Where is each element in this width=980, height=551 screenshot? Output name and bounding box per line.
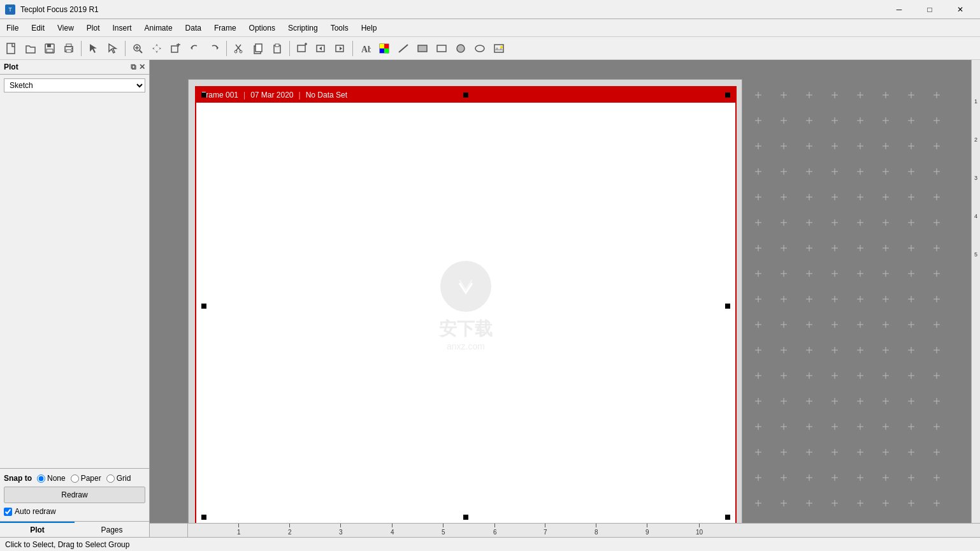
svg-rect-3: [47, 49, 53, 52]
title-bar-left: T Tecplot Focus 2019 R1: [5, 4, 99, 15]
main-layout: Plot ⧉ ✕ Sketch XY Line Polar Line 2D Ca…: [0, 60, 980, 537]
ruler-tick-5: 5: [442, 524, 445, 536]
toolbar-sep-3: [226, 41, 227, 56]
select-arrow2-button[interactable]: [104, 40, 122, 57]
ellipse-button[interactable]: [471, 40, 489, 57]
frame-status: No Data Set: [306, 91, 347, 99]
auto-redraw-row: Auto redraw: [4, 507, 145, 516]
maximize-button[interactable]: □: [915, 0, 944, 19]
menu-insert[interactable]: Insert: [106, 19, 138, 37]
svg-marker-9: [109, 44, 116, 53]
copy-format-button[interactable]: [249, 40, 267, 57]
new-file-button[interactable]: [3, 40, 20, 57]
svg-marker-15: [152, 47, 161, 50]
sidebar-bottom: Snap to None Paper Grid Redraw Auto redr…: [0, 468, 149, 521]
auto-redraw-checkbox[interactable]: [4, 508, 12, 516]
undo-button[interactable]: [186, 40, 204, 57]
menu-edit[interactable]: Edit: [25, 19, 51, 37]
sidebar-tabs: Plot Pages: [0, 521, 149, 537]
ruler-tick-8: 8: [594, 524, 598, 536]
watermark-sub: anxz.com: [447, 341, 485, 351]
menu-options[interactable]: Options: [243, 19, 282, 37]
handle-top-center[interactable]: [463, 92, 468, 98]
prev-frame-button[interactable]: [312, 40, 330, 57]
snap-none-radio[interactable]: [37, 474, 45, 483]
snap-paper-option[interactable]: Paper: [71, 474, 101, 483]
snap-none-option[interactable]: None: [37, 474, 66, 483]
close-button[interactable]: ✕: [946, 0, 975, 19]
svg-rect-16: [171, 46, 178, 52]
handle-top-right[interactable]: [725, 92, 730, 98]
redraw-button[interactable]: Redraw: [4, 487, 145, 503]
svg-point-49: [500, 46, 503, 48]
paste-format-button[interactable]: [268, 40, 286, 57]
watermark-text: 安下载: [439, 317, 493, 341]
image-button[interactable]: [490, 40, 508, 57]
line-tool-button[interactable]: [394, 40, 412, 57]
redo-button[interactable]: [205, 40, 223, 57]
handle-middle-right[interactable]: [725, 304, 730, 309]
tab-plot[interactable]: Plot: [0, 522, 75, 537]
menu-frame[interactable]: Frame: [208, 19, 243, 37]
ruler-right-1: 1: [974, 98, 977, 105]
svg-rect-43: [418, 45, 427, 52]
zoom-box-button[interactable]: [167, 40, 185, 57]
ruler-right: 1 2 3 4 5: [971, 60, 980, 523]
snap-row: Snap to None Paper Grid: [4, 474, 145, 483]
minimize-button[interactable]: ─: [884, 0, 914, 19]
save-file-button[interactable]: [41, 40, 59, 57]
ruler-tick-10: 10: [696, 524, 703, 536]
zoom-in-button[interactable]: [129, 40, 147, 57]
text-tool-button[interactable]: Ab: [356, 40, 374, 57]
next-frame-button[interactable]: [331, 40, 349, 57]
sidebar-undock-icon[interactable]: ⧉: [131, 62, 136, 71]
color-tool-button[interactable]: [375, 40, 393, 57]
svg-rect-26: [256, 44, 262, 52]
menu-view[interactable]: View: [51, 19, 80, 37]
print-button[interactable]: [60, 40, 78, 57]
menu-file[interactable]: File: [0, 19, 25, 37]
circle-button[interactable]: [452, 40, 470, 57]
ruler-tick-6: 6: [493, 524, 497, 536]
svg-rect-47: [494, 45, 503, 52]
select-arrow-button[interactable]: [85, 40, 103, 57]
rect-filled-button[interactable]: [414, 40, 431, 57]
handle-middle-left[interactable]: [201, 304, 206, 309]
menu-animate[interactable]: Animate: [138, 19, 179, 37]
new-frame-button[interactable]: [293, 40, 311, 57]
plot-type-select[interactable]: Sketch XY Line Polar Line 2D Cartesian 3…: [4, 78, 145, 92]
tab-pages[interactable]: Pages: [75, 522, 149, 537]
cut-button[interactable]: [230, 40, 248, 57]
rect-outline-button[interactable]: [433, 40, 450, 57]
title-controls: ─ □ ✕: [884, 0, 975, 19]
snap-grid-option[interactable]: Grid: [106, 474, 131, 483]
open-file-button[interactable]: [22, 40, 40, 57]
menu-scripting[interactable]: Scripting: [282, 19, 324, 37]
handle-bottom-right[interactable]: [725, 515, 730, 520]
canvas-area[interactable]: (function(){ var svg = document.currentS…: [150, 60, 980, 537]
toolbar-sep-5: [352, 41, 353, 56]
ruler-tick-4: 4: [391, 524, 394, 536]
app-title: Tecplot Focus 2019 R1: [20, 5, 99, 14]
frame[interactable]: Frame 001 | 07 Mar 2020 | No Data Set: [195, 86, 737, 526]
menu-bar: File Edit View Plot Insert Animate Data …: [0, 19, 980, 37]
menu-tools[interactable]: Tools: [324, 19, 355, 37]
sidebar-spacer: [0, 96, 149, 468]
sidebar-close-icon[interactable]: ✕: [139, 62, 145, 71]
toolbar: Ab: [0, 37, 980, 60]
pan-button[interactable]: [148, 40, 166, 57]
menu-data[interactable]: Data: [179, 19, 208, 37]
svg-rect-0: [7, 43, 15, 54]
snap-grid-radio[interactable]: [106, 474, 115, 483]
handle-bottom-center[interactable]: [463, 515, 468, 520]
watermark-icon: [440, 261, 491, 312]
handle-top-left[interactable]: [201, 92, 206, 98]
menu-help[interactable]: Help: [355, 19, 384, 37]
handle-bottom-left[interactable]: [201, 515, 206, 520]
svg-rect-39: [384, 44, 389, 48]
snap-paper-radio[interactable]: [71, 474, 79, 483]
svg-rect-44: [437, 45, 446, 52]
svg-rect-28: [275, 44, 279, 47]
auto-redraw-label[interactable]: Auto redraw: [15, 507, 56, 516]
menu-plot[interactable]: Plot: [80, 19, 106, 37]
